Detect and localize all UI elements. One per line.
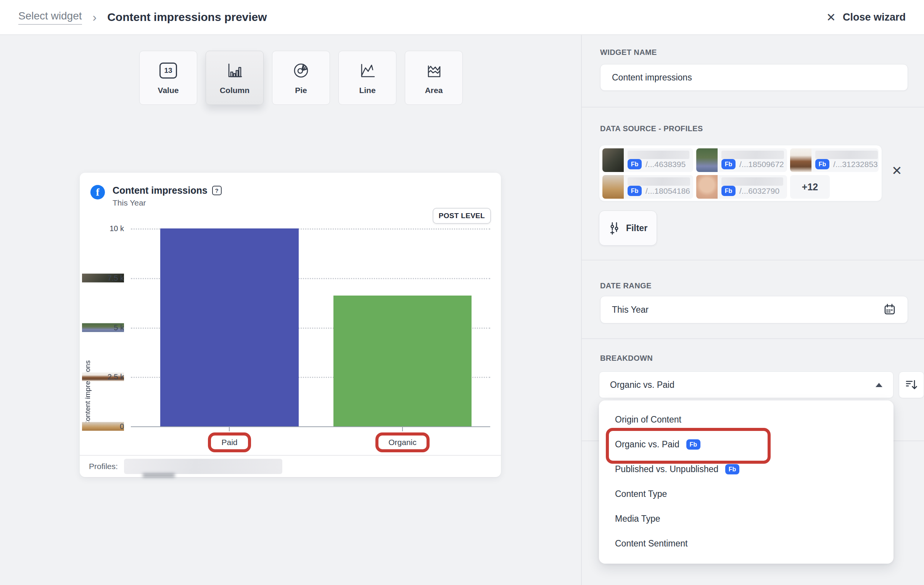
blurred-profile-name [815,151,878,159]
widget-type-column[interactable]: Column [206,51,264,105]
annotation-box-paid: Paid [208,432,251,452]
filter-button[interactable]: Filter [599,211,657,246]
profile-chip[interactable]: Fb /...4638395 [602,148,693,172]
facebook-badge: Fb [627,186,642,196]
widget-type-area[interactable]: Area [405,51,463,105]
annotation-box-organic: Organic [375,432,429,452]
widget-type-value[interactable]: 13 Value [139,51,197,105]
settings-sidebar: WIDGET NAME DATA SOURCE - PROFILES Fb /.… [581,35,924,585]
page-title: Content impressions preview [107,11,267,24]
date-range-input[interactable]: This Year [600,296,908,323]
menu-item-media-type[interactable]: Media Type [599,506,893,531]
pie-chart-icon [292,61,310,81]
menu-item-content-type[interactable]: Content Type [599,482,893,506]
caret-up-icon [876,383,883,387]
widget-wizard: Select widget › Content impressions prev… [0,0,924,585]
filter-sliders-icon [609,222,621,234]
menu-item-origin-of-content[interactable]: Origin of Content [599,407,893,432]
menu-item-organic-vs-paid[interactable]: Organic vs. Paid Fb [599,432,893,457]
widget-type-line[interactable]: Line [338,51,396,105]
profile-avatar [696,175,718,199]
bar-organic[interactable] [333,295,472,426]
calendar-icon [883,303,896,316]
menu-item-label: Published vs. Unpublished [615,464,718,475]
breakdown-dropdown-menu: Origin of Content Organic vs. Paid Fb Pu… [599,400,893,564]
widget-type-label: Value [158,86,179,95]
chart-title: Content impressions [112,185,208,196]
column-chart-icon [226,61,244,81]
blurred-profile-name [627,151,690,159]
facebook-badge: Fb [721,159,736,169]
facebook-badge: Fb [721,186,736,196]
menu-item-label: Organic vs. Paid [615,439,680,450]
section-divider [582,338,924,339]
profile-id: /...18509672 [739,160,784,169]
help-icon[interactable]: ? [212,186,222,195]
date-range-label: DATE RANGE [600,282,652,290]
breakdown-selected-value: Organic vs. Paid [610,380,675,390]
profile-avatar [696,148,718,172]
profile-avatar [602,148,624,172]
line-chart-icon [358,61,376,81]
close-wizard-label: Close wizard [843,12,906,23]
section-divider [582,107,924,107]
profile-chip[interactable]: Fb /...6032790 [696,175,787,199]
profile-chip[interactable]: Fb /...31232853 [790,148,879,172]
sort-button[interactable] [899,371,924,398]
widget-name-input[interactable] [600,64,908,91]
menu-item-label: Content Type [615,489,667,499]
breadcrumb-select-widget[interactable]: Select widget [18,10,82,25]
breakdown-select[interactable]: Organic vs. Paid [599,371,893,398]
section-divider [582,260,924,260]
facebook-badge: Fb [725,464,739,475]
cut-off-text [143,474,175,477]
menu-item-published-vs-unpublished[interactable]: Published vs. Unpublished Fb [599,457,893,482]
profile-id: /...18054186 [645,186,690,196]
profiles-container: Fb /...4638395 Fb /...18509672 Fb /...31… [599,145,882,201]
y-tick-label: 0 [82,422,124,431]
profile-id: /...6032790 [739,186,779,196]
remove-data-source-icon[interactable]: ✕ [891,163,902,178]
profile-avatar [790,148,812,172]
profile-chip[interactable]: Fb /...18509672 [696,148,787,172]
data-source-label: DATA SOURCE - PROFILES [600,124,703,133]
widget-type-label: Line [359,86,375,95]
chart-subtitle: This Year [112,198,222,208]
blurred-profile-name [627,177,690,186]
menu-item-content-sentiment[interactable]: Content Sentiment [599,531,893,556]
facebook-badge: Fb [815,159,829,169]
widget-type-label: Column [220,86,249,95]
chevron-right-icon: › [93,10,97,25]
facebook-icon: f [91,185,105,199]
widget-type-label: Pie [295,86,307,95]
close-wizard-button[interactable]: ✕ Close wizard [826,11,906,24]
profile-chip[interactable]: Fb /...18054186 [602,175,693,199]
widget-type-pie[interactable]: Pie [272,51,330,105]
chart-card-footer: Profiles: [80,455,501,477]
value-widget-icon: 13 [160,61,177,81]
profile-avatar [602,175,624,199]
x-tick-mark [229,426,230,431]
date-range-value: This Year [612,305,648,315]
post-level-badge: POST LEVEL [432,208,491,224]
x-axis-line [131,426,490,427]
profiles-overflow-chip[interactable]: +12 [790,175,830,199]
profiles-label: Profiles: [89,462,118,471]
close-icon: ✕ [826,11,836,24]
x-tick-mark [402,426,403,431]
breakdown-label: BREAKDOWN [600,354,653,363]
blurred-profiles-value [124,459,282,474]
chart-card-header: f Content impressions ? This Year [91,185,222,208]
y-tick-label: 10 k [82,224,124,233]
topbar: Select widget › Content impressions prev… [0,0,924,35]
y-tick-label: 7.5 k [82,274,124,282]
bar-chart: Content impressions 10 k 7.5 k 5 k 2.5 k… [131,228,490,426]
menu-item-label: Content Sentiment [615,539,688,549]
blurred-profile-name [721,177,783,186]
bar-paid[interactable] [160,228,299,426]
facebook-badge: Fb [686,439,700,450]
chart-preview-card: f Content impressions ? This Year POST L… [80,173,501,477]
profile-id: /...31232853 [833,160,878,169]
menu-item-label: Media Type [615,514,660,524]
profile-id: /...4638395 [645,160,686,169]
